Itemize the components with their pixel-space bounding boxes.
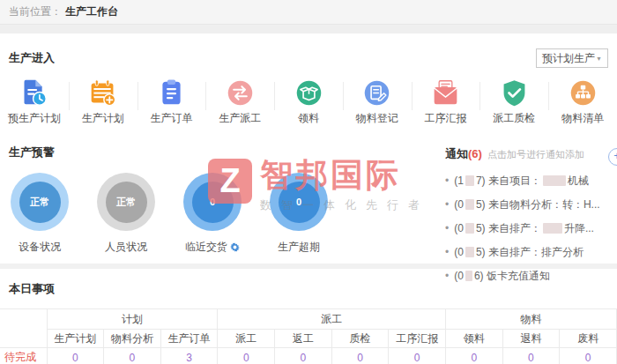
table-column-header: 物料分析 [104, 330, 161, 348]
alert-indicator[interactable]: 0生产超期 [256, 173, 342, 255]
entry-item-shield-check[interactable]: 派工质检 [479, 78, 548, 130]
notification-item[interactable]: •(05) 来自物料分析：转：H... [445, 197, 609, 212]
section-divider [0, 25, 617, 33]
redacted-text [465, 199, 474, 210]
table-column-header: 返工 [275, 330, 332, 348]
entry-item-label: 派工质检 [493, 111, 535, 126]
notification-item[interactable]: •(06) 饭卡充值通知 [445, 269, 609, 284]
clipboard-icon [157, 78, 186, 108]
redacted-text [543, 223, 562, 234]
pending-count-cell[interactable]: 0 [218, 348, 275, 364]
entry-item-sitemap[interactable]: 物料清单 [548, 78, 617, 130]
notification-text: 机械 [568, 175, 589, 187]
notification-text: (0 [454, 270, 464, 282]
entry-item-label: 领料 [298, 111, 319, 126]
entry-item-clipboard[interactable]: 生产订单 [138, 78, 206, 130]
entry-item-label: 物料清单 [561, 111, 604, 126]
notification-text: 7) 来自项目： [476, 175, 541, 187]
dropdown-value: 预计划生产 [542, 51, 595, 66]
notification-text: (0 [454, 246, 464, 258]
alerts-row: 正常设备状况正常人员状况0临近交货0生产超期 [0, 173, 342, 255]
bullet-icon: • [445, 175, 449, 187]
pending-count-cell[interactable]: 0 [445, 348, 502, 364]
alert-value: 正常 [106, 182, 147, 223]
table-column-header: 派工 [218, 330, 275, 348]
entry-items: 预生产计划生产计划生产订单生产派工领料物料登记工序汇报派工质检物料清单 [0, 78, 617, 130]
table-column-header: 废料 [560, 330, 617, 348]
notification-item[interactable]: •(17) 来自项目：机械 [445, 174, 609, 189]
production-mode-dropdown[interactable]: 预计划生产 ▼ [536, 48, 608, 68]
bullet-icon: • [445, 198, 449, 211]
notifications-hint: 点击加号进行通知添加 [487, 148, 584, 161]
notification-text: 5) 来自物料分析：转：H... [476, 198, 600, 211]
bullet-icon: • [445, 246, 449, 258]
alert-indicator[interactable]: 0临近交货 [169, 173, 256, 255]
alert-circle: 正常 [97, 173, 155, 231]
pending-count-cell[interactable]: 3 [160, 348, 218, 364]
pending-count-cell[interactable]: 0 [104, 348, 161, 364]
row-label-pending: 待完成 [0, 348, 47, 364]
entry-item-doc-clock[interactable]: 预生产计划 [0, 78, 69, 130]
notification-text: 升降... [564, 222, 594, 234]
alert-circle: 正常 [11, 173, 69, 231]
redacted-text [465, 271, 472, 281]
entry-item-open-box[interactable]: 领料 [274, 78, 343, 130]
entry-item-label: 生产订单 [150, 111, 192, 126]
alert-indicator[interactable]: 正常设备状况 [0, 173, 83, 255]
notification-text: 6) 饭卡充值通知 [474, 270, 550, 282]
entry-item-label: 预生产计划 [8, 111, 61, 126]
table-group-header: 计划 [47, 309, 218, 330]
entry-item-label: 工序汇报 [425, 111, 467, 126]
today-table: 计划派工物料生产计划物料分析生产订单派工返工质检工序汇报领料退料废料 待完成00… [0, 308, 617, 364]
table-column-header: 生产订单 [160, 330, 218, 348]
notification-text: 5) 来自排产：排产分析 [476, 246, 584, 258]
redacted-text [465, 247, 474, 257]
notifications-list: •(17) 来自项目：机械•(05) 来自物料分析：转：H...•(05) 来自… [445, 174, 609, 284]
pending-count-cell[interactable]: 0 [502, 348, 560, 364]
alert-value: 0 [279, 182, 320, 223]
alert-indicator[interactable]: 正常人员状况 [83, 173, 169, 255]
alert-circle: 0 [183, 173, 242, 231]
pending-count-cell[interactable]: 0 [331, 348, 389, 364]
entry-item-label: 生产派工 [219, 111, 261, 126]
table-column-header: 工序汇报 [389, 330, 446, 348]
table-column-header: 退料 [502, 330, 560, 348]
entry-section-title: 生产进入 [9, 50, 55, 66]
pending-count-cell[interactable]: 0 [389, 348, 446, 364]
production-workbench-page: { "breadcrumb": { "label": "当前位置：", "cur… [0, 0, 617, 364]
entry-item-swap-arrows[interactable]: 生产派工 [205, 78, 274, 130]
bullet-icon: • [445, 270, 449, 282]
notification-text: (0 [454, 222, 464, 234]
bullet-icon: • [445, 222, 449, 234]
breadcrumb: 当前位置： 生产工作台 [0, 0, 617, 25]
notifications-title: 通知 [445, 146, 468, 162]
alert-label: 设备状况 [19, 240, 61, 255]
entry-item-doc-pen[interactable]: 物料登记 [343, 78, 412, 130]
entry-item-envelope-report[interactable]: 工序汇报 [412, 78, 480, 130]
chevron-down-icon: ▼ [596, 56, 602, 62]
pending-count-cell[interactable]: 0 [560, 348, 617, 364]
pending-count-cell[interactable]: 0 [47, 348, 104, 364]
notification-item[interactable]: •(05) 来自排产：升降... [445, 221, 609, 236]
table-column-header: 质检 [331, 330, 389, 348]
gear-icon[interactable] [230, 242, 240, 252]
notification-item[interactable]: •(05) 来自排产：排产分析 [445, 245, 609, 260]
table-corner-cell [0, 309, 47, 348]
swap-arrows-icon [226, 78, 255, 108]
table-group-header: 物料 [445, 309, 616, 330]
open-box-icon [294, 78, 323, 108]
entry-item-label: 物料登记 [356, 111, 398, 126]
calendar-plus-icon [88, 78, 117, 108]
alert-label: 生产超期 [278, 240, 320, 255]
pending-count-cell[interactable]: 0 [275, 348, 332, 364]
redacted-text [543, 175, 566, 186]
table-group-header-row: 计划派工物料 [0, 309, 617, 330]
sitemap-icon [569, 78, 598, 108]
redacted-text [465, 175, 474, 186]
notification-text: (0 [454, 198, 464, 211]
notifications-count: (6) [468, 147, 482, 160]
entry-item-calendar-plus[interactable]: 生产计划 [69, 78, 138, 130]
entry-item-label: 生产计划 [82, 111, 124, 126]
alert-value: 正常 [19, 182, 61, 223]
alert-label: 人员状况 [105, 240, 147, 255]
